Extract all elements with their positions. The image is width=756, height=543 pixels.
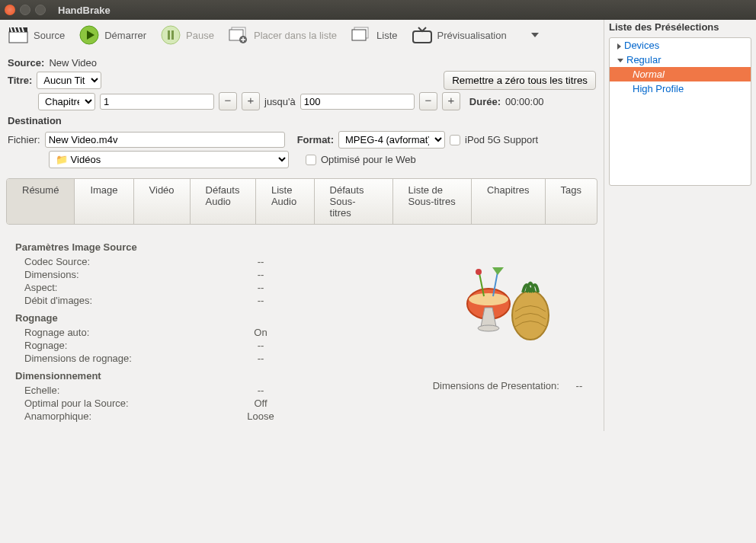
tab-défauts-audio[interactable]: Défauts Audio xyxy=(191,179,256,224)
toolbar-source-button[interactable]: Source xyxy=(8,24,65,46)
tab-liste-de-sous-titres[interactable]: Liste de Sous-titres xyxy=(393,179,472,224)
presdims-val: -- xyxy=(576,380,583,391)
title-label: Titre: xyxy=(8,75,32,86)
codec-val: -- xyxy=(238,256,284,267)
pause-icon xyxy=(160,24,181,46)
toolbar-dropdown-icon[interactable] xyxy=(531,33,539,37)
crop-header: Rognage xyxy=(15,312,427,324)
cropdims-label: Dimensions de rognage: xyxy=(24,353,238,364)
svg-point-17 xyxy=(476,269,482,275)
handbrake-logo xyxy=(427,235,588,350)
src-params-header: Paramètres Image Source xyxy=(15,241,427,253)
folder-select[interactable]: 📁 Vidéos xyxy=(49,151,289,168)
tab-bar: RésuméImageVidéoDéfauts AudioListe Audio… xyxy=(6,178,597,225)
range-to-plus[interactable]: + xyxy=(442,92,460,110)
optimal-val: Off xyxy=(238,398,284,409)
optimal-label: Optimal pour la Source: xyxy=(24,398,238,409)
sizing-header: Dimensionnement xyxy=(15,370,427,382)
dims-label: Dimensions: xyxy=(24,269,238,280)
range-mode-select[interactable]: Chapitres: xyxy=(38,93,95,110)
fps-val: -- xyxy=(238,295,284,306)
reset-titles-button[interactable]: Remettre a zéro tous les titres xyxy=(444,71,596,90)
ipod-label: iPod 5G Support xyxy=(465,134,538,145)
format-label: Format: xyxy=(297,134,334,145)
svg-point-14 xyxy=(469,293,508,305)
tv-icon xyxy=(412,24,433,46)
duration-value: 00:00:00 xyxy=(505,96,544,107)
toolbar: Source Démarrer Pause Placer dans la lis… xyxy=(0,20,604,50)
presets-title: Liste des Présélections xyxy=(604,20,756,34)
svg-rect-11 xyxy=(352,30,366,40)
source-label: Source: xyxy=(8,57,44,69)
play-icon xyxy=(78,24,100,46)
file-input[interactable] xyxy=(45,132,285,148)
toolbar-addqueue-button[interactable]: Placer dans la liste xyxy=(228,24,337,46)
presdims-label: Dimensions de Presentation: xyxy=(433,380,559,391)
title-bar: HandBrake xyxy=(0,0,756,20)
aspect-label: Aspect: xyxy=(24,282,238,293)
autocrop-val: On xyxy=(238,327,284,338)
tab-liste-audio[interactable]: Liste Audio xyxy=(256,179,315,224)
svg-rect-12 xyxy=(413,31,431,43)
anam-val: Loose xyxy=(238,410,284,422)
tab-image[interactable]: Image xyxy=(75,179,133,224)
preset-item-high-profile[interactable]: High Profile xyxy=(610,81,751,96)
window-close-icon[interactable] xyxy=(5,5,15,15)
svg-rect-0 xyxy=(9,32,27,43)
dims-val: -- xyxy=(238,269,284,280)
range-to-input[interactable] xyxy=(300,94,415,110)
preset-item-normal[interactable]: Normal xyxy=(610,67,751,81)
format-select[interactable]: MPEG-4 (avformat) xyxy=(338,131,445,149)
window-maximize-icon[interactable] xyxy=(35,5,46,15)
crop-label: Rognage: xyxy=(24,340,238,351)
range-from-input[interactable] xyxy=(100,94,214,110)
toolbar-start-label: Démarrer xyxy=(104,30,146,41)
window-minimize-icon[interactable] xyxy=(20,5,30,15)
tab-résumé[interactable]: Résumé xyxy=(7,179,75,224)
preset-group-regular[interactable]: Regular xyxy=(610,53,751,67)
source-value: New Video xyxy=(49,57,97,69)
window-title: HandBrake xyxy=(58,5,111,16)
toolbar-preview-button[interactable]: Prévisualisation xyxy=(412,24,507,46)
range-from-minus[interactable]: − xyxy=(219,92,237,110)
crop-val: -- xyxy=(238,340,284,351)
toolbar-preview-label: Prévisualisation xyxy=(437,30,507,41)
tab-tags[interactable]: Tags xyxy=(546,179,597,224)
toolbar-list-label: Liste xyxy=(376,30,397,41)
toolbar-source-label: Source xyxy=(34,30,65,41)
tab-défauts-sous-titres[interactable]: Défauts Sous-titres xyxy=(315,179,393,224)
list-icon xyxy=(351,24,372,46)
svg-point-15 xyxy=(478,325,499,331)
clapper-icon xyxy=(8,24,29,46)
addqueue-icon xyxy=(228,24,249,46)
range-to-label: jusqu'à xyxy=(264,96,296,107)
scale-label: Echelle: xyxy=(24,385,238,396)
svg-rect-6 xyxy=(171,30,174,40)
tab-chapitres[interactable]: Chapitres xyxy=(472,179,546,224)
autocrop-label: Rognage auto: xyxy=(24,327,238,338)
fps-label: Débit d'images: xyxy=(24,295,238,306)
svg-rect-5 xyxy=(168,30,170,40)
presets-tree: DevicesRegularNormalHigh Profile xyxy=(609,37,751,186)
duration-label: Durée: xyxy=(469,96,501,107)
toolbar-list-button[interactable]: Liste xyxy=(351,24,397,46)
range-to-minus[interactable]: − xyxy=(419,92,437,110)
toolbar-pause-button[interactable]: Pause xyxy=(160,24,214,46)
aspect-val: -- xyxy=(238,282,284,293)
file-label: Fichier: xyxy=(8,134,40,145)
svg-point-19 xyxy=(512,291,549,340)
toolbar-start-button[interactable]: Démarrer xyxy=(78,24,146,46)
web-checkbox[interactable] xyxy=(306,155,316,165)
range-from-plus[interactable]: + xyxy=(242,92,260,110)
anam-label: Anamorphique: xyxy=(24,410,238,422)
toolbar-pause-label: Pause xyxy=(186,30,214,41)
preset-group-devices[interactable]: Devices xyxy=(610,38,751,53)
summary-panel: Paramètres Image Source Codec Source:-- … xyxy=(0,228,604,431)
web-label: Optimisé pour le Web xyxy=(321,154,416,165)
cropdims-val: -- xyxy=(238,353,284,364)
tab-vidéo[interactable]: Vidéo xyxy=(134,179,191,224)
ipod-checkbox[interactable] xyxy=(450,135,460,145)
codec-label: Codec Source: xyxy=(24,256,238,267)
toolbar-addqueue-label: Placer dans la liste xyxy=(254,30,337,41)
title-select[interactable]: Aucun Titre xyxy=(37,72,101,89)
